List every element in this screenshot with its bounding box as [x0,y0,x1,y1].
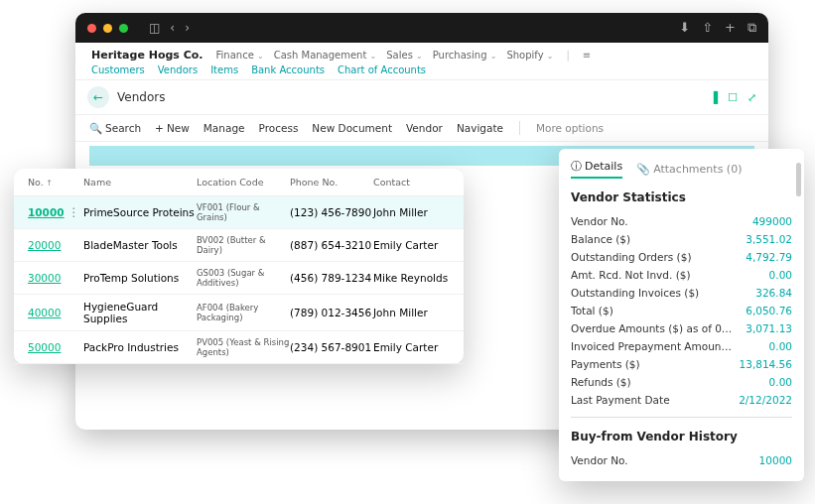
process-button[interactable]: Process [259,122,299,134]
link-bank-accounts[interactable]: Bank Accounts [251,64,325,75]
manage-button[interactable]: Manage [204,122,245,134]
vendor-history-heading: Buy-from Vendor History [571,430,792,443]
vendor-table-panel: No. Name Location Code Phone No. Contact… [14,169,464,364]
sidebar-icon[interactable]: ◫ [149,21,160,35]
newtab-icon[interactable]: + [725,20,736,36]
location-code: GS003 (Sugar & Additives) [197,268,290,288]
vendor-stats-heading: Vendor Statistics [571,190,792,204]
bookmark-icon[interactable]: ▐ [710,91,718,104]
open-icon[interactable]: ☐ [728,91,738,104]
scrollbar[interactable] [796,163,801,196]
link-vendors[interactable]: Vendors [158,64,198,75]
menu-cash-management[interactable]: Cash Management ⌄ [274,50,377,61]
stat-value[interactable]: 3,071.13 [746,322,792,334]
new-button[interactable]: +New [155,122,190,134]
stat-label: Vendor No. [571,215,628,227]
table-row[interactable]: 40000HygieneGuard SuppliesAF004 (Bakery … [14,295,464,331]
navigate-button[interactable]: Navigate [457,122,503,134]
stat-value[interactable]: 2/12/2022 [739,394,792,406]
col-contact[interactable]: Contact [373,177,453,188]
history-value[interactable]: 10000 [759,454,792,466]
top-nav: Heritage Hogs Co. Finance ⌄Cash Manageme… [75,43,768,63]
table-row[interactable]: 10000⋮PrimeSource ProteinsVF001 (Flour &… [14,196,464,229]
stat-value[interactable]: 0.00 [769,376,792,388]
details-tabs: ⓘDetails 📎Attachments (0) [571,159,792,179]
stat-value[interactable]: 6,050.76 [746,305,792,316]
stat-value[interactable]: 0.00 [769,340,792,352]
phone: (887) 654-3210 [290,239,373,251]
stat-value[interactable]: 3,551.02 [746,233,792,245]
stat-value[interactable]: 499000 [752,215,792,227]
contact: John Miller [373,307,453,318]
search-icon: 🔍 [89,122,102,135]
stat-value[interactable]: 4,792.79 [746,251,792,263]
stat-value[interactable]: 0.00 [769,269,792,281]
newdoc-button[interactable]: New Document [312,122,392,134]
stat-label: Amt. Rcd. Not Invd. ($) [571,269,691,281]
stat-label: Payments ($) [571,358,640,370]
search-button[interactable]: 🔍Search [89,122,141,135]
more-options-button[interactable]: More options [536,122,604,134]
vendor-name: PrimeSource Proteins [83,206,197,218]
nav-back-icon[interactable]: ‹ [170,21,175,35]
phone: (789) 012-3456 [290,307,373,318]
min-dot[interactable] [103,24,112,33]
back-button[interactable]: ← [87,86,109,108]
vendor-button[interactable]: Vendor [406,122,443,134]
vendor-no-link[interactable]: 40000 [28,307,61,318]
menu-shopify[interactable]: Shopify ⌄ [506,50,553,61]
tab-attachments[interactable]: 📎Attachments (0) [636,163,742,176]
stat-label: Overdue Amounts ($) as of 0… [571,322,732,334]
stat-label: Last Payment Date [571,394,670,406]
link-items[interactable]: Items [210,64,238,75]
menu-purchasing[interactable]: Purchasing ⌄ [433,50,497,61]
row-menu-icon[interactable]: ⋮ [68,205,80,219]
col-no[interactable]: No. [20,177,83,188]
vendor-no-link[interactable]: 30000 [28,272,61,284]
col-phone[interactable]: Phone No. [290,177,373,188]
vendor-no-link[interactable]: 20000 [28,239,61,251]
stat-row: Amt. Rcd. Not Invd. ($)0.00 [571,266,792,284]
col-loc[interactable]: Location Code [197,177,290,188]
vendor-name: PackPro Industries [83,341,197,353]
table-header: No. Name Location Code Phone No. Contact [14,169,464,196]
link-customers[interactable]: Customers [91,64,145,75]
stat-value[interactable]: 13,814.56 [740,358,792,370]
menu-finance[interactable]: Finance ⌄ [216,50,264,61]
table-row[interactable]: 20000BladeMaster ToolsBV002 (Butter & Da… [14,229,464,262]
page-title: Vendors [117,90,165,104]
stat-value[interactable]: 326.84 [755,287,792,299]
toolbar-divider [519,121,520,135]
vendor-no-link[interactable]: 10000 [28,206,65,218]
menu-icon[interactable]: ≡ [583,50,591,61]
phone: (123) 456-7890 [290,206,373,218]
vendor-no-link[interactable]: 50000 [28,341,61,353]
toolbar: 🔍Search +New Manage Process New Document… [75,115,768,142]
table-row[interactable]: 30000ProTemp SolutionsGS003 (Sugar & Add… [14,262,464,295]
tabs-icon[interactable]: ⧉ [747,20,756,36]
col-name[interactable]: Name [83,177,197,188]
stat-row: Refunds ($)0.00 [571,373,792,391]
link-chart-of-accounts[interactable]: Chart of Accounts [338,64,426,75]
company-name[interactable]: Heritage Hogs Co. [91,49,204,62]
table-row[interactable]: 50000PackPro IndustriesPV005 (Yeast & Ri… [14,331,464,364]
contact: John Miller [373,206,453,218]
tab-details[interactable]: ⓘDetails [571,159,622,179]
breadcrumb-row: ← Vendors ▐ ☐ ⤢ [75,79,768,115]
expand-icon[interactable]: ⤢ [747,91,756,104]
menu-sales[interactable]: Sales ⌄ [386,50,423,61]
contact: Emily Carter [373,341,453,353]
stat-row: Invoiced Prepayment Amoun…0.00 [571,337,792,355]
nav-forward-icon[interactable]: › [185,21,190,35]
stat-row: Outstanding Invoices ($)326.84 [571,284,792,302]
divider-icon: | [566,50,569,61]
location-code: BV002 (Butter & Dairy) [197,235,290,255]
download-icon[interactable]: ⬇ [679,20,690,36]
stat-row: Vendor No.499000 [571,212,792,230]
stat-row: Payments ($)13,814.56 [571,355,792,373]
contact: Mike Reynolds [373,272,453,284]
close-dot[interactable] [87,24,96,33]
share-icon[interactable]: ⇧ [702,20,713,36]
info-icon: ⓘ [571,160,582,173]
max-dot[interactable] [119,24,128,33]
